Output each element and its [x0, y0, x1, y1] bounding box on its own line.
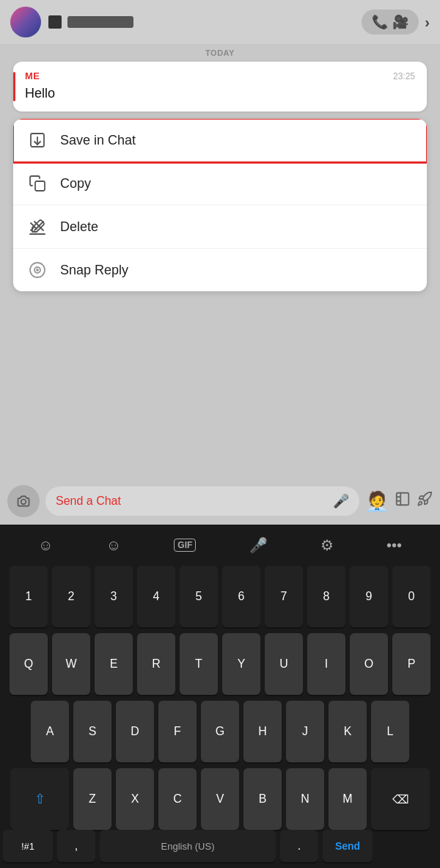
period-key[interactable]: . — [280, 830, 318, 862]
key-6[interactable]: 6 — [222, 566, 260, 627]
key-g[interactable]: G — [201, 701, 239, 762]
delete-icon — [28, 217, 47, 236]
gallery-icon[interactable] — [395, 491, 411, 511]
more-icon[interactable]: ••• — [386, 537, 402, 554]
gif-button[interactable]: GIF — [174, 539, 196, 552]
keyboard-toolbar: ☺ ☺ GIF 🎤 ⚙ ••• — [0, 525, 440, 563]
key-9[interactable]: 9 — [350, 566, 388, 627]
comma-key[interactable]: , — [57, 830, 95, 862]
menu-item-copy[interactable]: Copy — [13, 162, 427, 205]
key-c[interactable]: C — [158, 768, 197, 830]
qwerty-row: Q W E R T Y U I O P — [3, 633, 437, 695]
menu-item-snap-reply[interactable]: Snap Reply — [13, 249, 427, 291]
smiley-icon[interactable]: ☺ — [106, 537, 121, 554]
key-z[interactable]: Z — [73, 768, 111, 830]
key-o[interactable]: O — [350, 633, 388, 695]
input-bar: Send a Chat 🎤 🧑‍💼 — [0, 478, 440, 525]
chat-area: TODAY ME 23:25 Hello Save in Chat — [0, 44, 440, 291]
key-j[interactable]: J — [286, 701, 324, 762]
camera-button[interactable] — [7, 485, 40, 517]
key-0[interactable]: 0 — [392, 566, 430, 627]
key-v[interactable]: V — [201, 768, 239, 830]
copy-label: Copy — [60, 176, 91, 192]
rocket-icon[interactable] — [417, 491, 433, 511]
keyboard-mic-icon[interactable]: 🎤 — [249, 536, 268, 554]
shift-key[interactable]: ⇧ — [10, 768, 69, 830]
action-buttons: 📞 🎥 › — [362, 10, 430, 34]
key-y[interactable]: Y — [222, 633, 260, 695]
key-e[interactable]: E — [95, 633, 133, 695]
key-d[interactable]: D — [116, 701, 154, 762]
send-key[interactable]: Send — [323, 830, 373, 862]
key-m[interactable]: M — [329, 768, 367, 830]
svg-rect-8 — [397, 493, 409, 506]
key-k[interactable]: K — [329, 701, 367, 762]
svg-point-7 — [21, 500, 26, 505]
key-s[interactable]: S — [73, 701, 111, 762]
save-in-chat-icon — [28, 131, 47, 150]
key-h[interactable]: H — [243, 701, 282, 762]
message-sender: ME — [25, 70, 40, 81]
key-x[interactable]: X — [116, 768, 154, 830]
key-b[interactable]: B — [243, 768, 282, 830]
username-bar — [67, 16, 133, 28]
message-card: ME 23:25 Hello — [13, 62, 427, 112]
key-r[interactable]: R — [137, 633, 175, 695]
name-area — [48, 15, 354, 29]
sticker-icon[interactable]: 🧑‍💼 — [365, 490, 389, 513]
key-5[interactable]: 5 — [180, 566, 218, 627]
asdf-row: A S D F G H J K L — [3, 701, 437, 762]
status-square — [48, 15, 62, 29]
avatar — [10, 7, 41, 37]
delete-label: Delete — [60, 219, 98, 235]
key-a[interactable]: A — [31, 701, 69, 762]
emoji-face-icon[interactable]: ☺ — [38, 537, 53, 554]
key-l[interactable]: L — [371, 701, 409, 762]
save-in-chat-label: Save in Chat — [60, 133, 136, 148]
space-key[interactable]: English (US) — [100, 830, 276, 862]
key-7[interactable]: 7 — [265, 566, 303, 627]
key-p[interactable]: P — [392, 633, 430, 695]
message-accent-bar — [13, 72, 15, 101]
copy-icon — [28, 174, 47, 193]
context-menu: Save in Chat Copy — [13, 119, 427, 291]
snap-reply-icon — [28, 260, 47, 280]
mic-icon[interactable]: 🎤 — [333, 493, 349, 509]
message-header: ME 23:25 — [25, 70, 415, 81]
phone-icon[interactable]: 📞 — [372, 14, 388, 30]
key-4[interactable]: 4 — [137, 566, 175, 627]
keyboard: ☺ ☺ GIF 🎤 ⚙ ••• 1 2 3 4 5 6 7 8 9 0 Q W … — [0, 525, 440, 868]
key-1[interactable]: 1 — [10, 566, 48, 627]
symbols-key[interactable]: !#1 — [3, 830, 53, 862]
backspace-key[interactable]: ⌫ — [371, 768, 430, 830]
key-u[interactable]: U — [265, 633, 303, 695]
chat-input-pill[interactable]: Send a Chat 🎤 — [45, 486, 359, 516]
menu-item-delete[interactable]: Delete — [13, 205, 427, 249]
key-f[interactable]: F — [158, 701, 197, 762]
chevron-icon[interactable]: › — [425, 14, 430, 31]
zxcv-row: ⇧ Z X C V B N M ⌫ — [3, 768, 437, 830]
key-i[interactable]: I — [307, 633, 345, 695]
key-w[interactable]: W — [52, 633, 90, 695]
call-video-pill[interactable]: 📞 🎥 — [362, 10, 419, 34]
bottom-row: !#1 , English (US) . Send — [0, 830, 440, 868]
key-t[interactable]: T — [180, 633, 218, 695]
key-3[interactable]: 3 — [95, 566, 133, 627]
keyboard-rows: 1 2 3 4 5 6 7 8 9 0 Q W E R T Y U I O P … — [0, 563, 440, 830]
message-time: 23:25 — [393, 71, 415, 81]
key-2[interactable]: 2 — [52, 566, 90, 627]
top-bar: 📞 🎥 › — [0, 0, 440, 44]
key-8[interactable]: 8 — [307, 566, 345, 627]
number-row: 1 2 3 4 5 6 7 8 9 0 — [3, 566, 437, 627]
key-n[interactable]: N — [286, 768, 324, 830]
menu-item-save-in-chat[interactable]: Save in Chat — [13, 119, 427, 162]
snap-reply-label: Snap Reply — [60, 263, 128, 278]
message-body: Hello — [25, 86, 415, 101]
toolbar-icons: 🧑‍💼 — [365, 490, 433, 513]
svg-point-6 — [37, 269, 38, 271]
settings-icon[interactable]: ⚙ — [320, 536, 334, 554]
chat-placeholder: Send a Chat — [56, 495, 327, 508]
key-q[interactable]: Q — [10, 633, 48, 695]
video-icon[interactable]: 🎥 — [392, 14, 408, 30]
svg-rect-2 — [35, 181, 45, 191]
